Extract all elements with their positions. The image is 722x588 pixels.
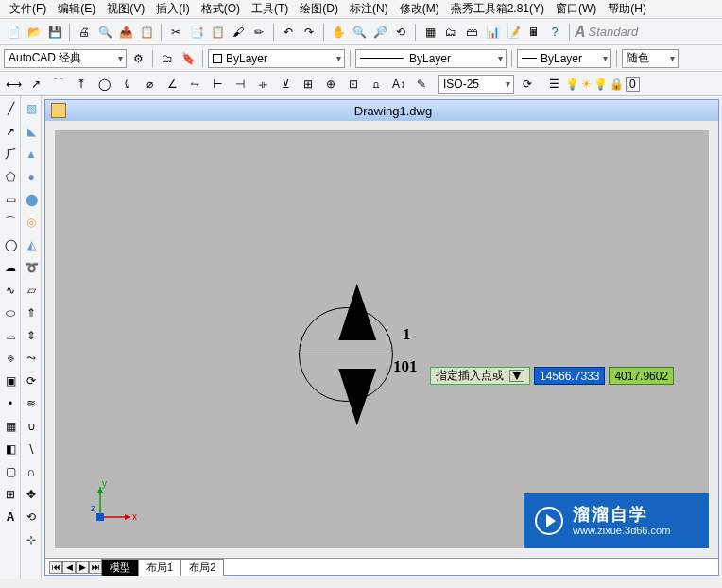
matchprop-icon[interactable]: 🖌 [229,23,248,42]
save-icon[interactable]: 💾 [45,23,64,42]
dim-arc-icon[interactable]: ⌒ [49,75,68,94]
menu-file[interactable]: 文件(F) [6,1,50,17]
menu-draw[interactable]: 绘图(D) [296,1,342,17]
paste-icon[interactable]: 📋 [208,23,227,42]
dim-update-icon[interactable]: ⟳ [518,75,537,94]
region-icon[interactable]: ▢ [1,462,20,481]
presspull-icon[interactable]: ⇕ [22,326,41,345]
dim-jogline-icon[interactable]: ⩍ [367,75,386,94]
copy-icon[interactable]: 📑 [187,23,206,42]
3drotate-icon[interactable]: ⟲ [22,508,41,527]
calc-icon[interactable]: 🖩 [524,23,543,42]
tab-model[interactable]: 模型 [101,559,139,576]
dim-aligned-icon[interactable]: ↗ [26,75,45,94]
toolpal-icon[interactable]: 🗃 [462,23,481,42]
print-icon[interactable]: 🖨 [75,23,94,42]
union-icon[interactable]: ∪ [22,417,41,436]
subtract-icon[interactable]: ∖ [22,440,41,458]
circle-icon[interactable]: ◯ [1,235,20,254]
markup-icon[interactable]: 📝 [504,23,523,42]
zoom-win-icon[interactable]: 🔎 [370,23,389,42]
helix-icon[interactable]: ➰ [22,258,41,277]
dim-jog-icon[interactable]: ⤹ [117,75,136,94]
layerprops-icon[interactable]: 🗂 [158,49,177,68]
sheet-icon[interactable]: 📋 [137,23,156,42]
freeze-icon[interactable]: ☀ [581,78,592,91]
sweep-icon[interactable]: ⤳ [22,349,41,368]
prompt-x[interactable]: 14566.7333 [534,367,605,385]
xline-icon[interactable]: ↗ [1,122,20,141]
polygon-icon[interactable]: ⬠ [1,167,20,186]
open-icon[interactable]: 📂 [25,23,43,42]
dim-ord-icon[interactable]: ⤒ [72,75,91,94]
planar-icon[interactable]: ▱ [22,281,41,300]
text-style[interactable]: A Standard [575,24,638,41]
dimstyle-dropdown[interactable]: ISO-25 [438,75,514,94]
dim-break-icon[interactable]: ⊻ [276,75,295,94]
tab-layout2[interactable]: 布局2 [180,559,224,576]
insert-icon[interactable]: ⎆ [1,349,20,368]
menu-yx[interactable]: 燕秀工具箱2.81(Y) [447,1,548,17]
layerfilter-icon[interactable]: 🔖 [179,49,198,68]
dim-ang-icon[interactable]: ∠ [163,75,181,94]
bulb2-icon[interactable]: 💡 [593,78,608,91]
menu-edit[interactable]: 编辑(E) [54,1,99,17]
tab-layout1[interactable]: 布局1 [138,559,181,576]
layers-icon[interactable]: ☰ [544,75,563,94]
menu-insert[interactable]: 插入(I) [152,1,193,17]
menu-modify[interactable]: 修改(M) [396,1,443,17]
color-dropdown[interactable]: 随色 [622,49,679,68]
dim-linear-icon[interactable]: ⟷ [4,75,23,94]
tab-last-icon[interactable]: ⏭ [89,561,102,574]
dim-tol-icon[interactable]: ⊞ [299,75,318,94]
menu-help[interactable]: 帮助(H) [604,1,650,17]
brush-icon[interactable]: ✏ [249,23,268,42]
rect-icon[interactable]: ▭ [1,190,20,209]
dim-quick-icon[interactable]: ⥊ [185,75,204,94]
arc-icon[interactable]: ⌒ [1,213,20,232]
dim-cont-icon[interactable]: ⊣ [231,75,249,94]
sheetset-icon[interactable]: 📊 [483,23,502,42]
drawing-titlebar[interactable]: Drawing1.dwg [45,100,718,121]
workspace-dropdown[interactable]: AutoCAD 经典 [4,49,127,68]
tab-next-icon[interactable]: ▶ [76,561,89,574]
prompt-message[interactable]: 指定插入点或 ⯆ [430,367,530,385]
dctr-icon[interactable]: 🗂 [441,23,460,42]
dim-tedit-icon[interactable]: ✎ [412,75,431,94]
menu-dim[interactable]: 标注(N) [346,1,392,17]
lock-icon[interactable]: 🔒 [610,78,624,91]
tab-prev-icon[interactable]: ◀ [62,561,76,574]
line-icon[interactable]: ╱ [1,99,20,118]
cut-icon[interactable]: ✂ [166,23,185,42]
dim-radius-icon[interactable]: ◯ [95,75,113,94]
ellipse-icon[interactable]: ⬭ [1,303,20,322]
mtext-icon[interactable]: A [1,508,20,527]
tab-first-icon[interactable]: ⏮ [49,561,62,574]
dim-center-icon[interactable]: ⊕ [321,75,340,94]
pline-icon[interactable]: ⺁ [1,145,20,164]
box-icon[interactable]: ▧ [22,99,41,118]
ws-gear-icon[interactable]: ⚙ [129,49,147,68]
pyramid-icon[interactable]: ◭ [22,235,41,254]
drawing-canvas[interactable]: 1 101 指定插入点或 ⯆ 14566.7333 4017.9602 x y … [55,130,709,548]
pan-icon[interactable]: ✋ [329,23,348,42]
loft-icon[interactable]: ≋ [22,394,41,413]
dim-diam-icon[interactable]: ⌀ [140,75,159,94]
menu-window[interactable]: 窗口(W) [552,1,600,17]
sphere-icon[interactable]: ● [22,167,41,186]
gradient-icon[interactable]: ◧ [1,440,20,458]
menu-format[interactable]: 格式(O) [198,1,244,17]
dim-insp-icon[interactable]: ⊡ [344,75,363,94]
prompt-drop-icon[interactable]: ⯆ [509,370,524,382]
ellipsearc-icon[interactable]: ⌓ [1,326,20,345]
revcloud-icon[interactable]: ☁ [1,258,20,277]
layer0-icon[interactable]: 0 [626,77,640,92]
menu-tools[interactable]: 工具(T) [248,1,292,17]
hatch-icon[interactable]: ▦ [1,417,20,436]
dim-base-icon[interactable]: ⊢ [208,75,227,94]
menu-view[interactable]: 视图(V) [103,1,148,17]
undo-icon[interactable]: ↶ [279,23,298,42]
intersect-icon[interactable]: ∩ [22,462,41,481]
linetype-dropdown[interactable]: ByLayer [355,49,507,68]
new-icon[interactable]: 📄 [4,23,23,42]
